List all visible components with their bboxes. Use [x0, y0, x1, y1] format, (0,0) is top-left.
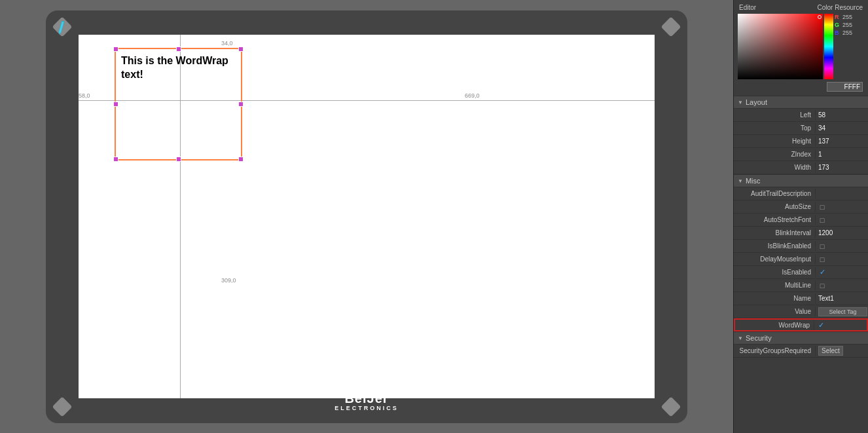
- prop-blink-name: BlinkInterval: [734, 228, 816, 238]
- prop-wordwrap-name: WordWrap: [735, 320, 814, 330]
- autosize-checkbox[interactable]: □: [818, 203, 826, 211]
- isenabled-checkbox[interactable]: ✓: [818, 269, 826, 276]
- g-row: G 255: [835, 22, 864, 28]
- autostretch-checkbox[interactable]: □: [818, 216, 826, 224]
- security-arrow: ▼: [738, 335, 743, 341]
- prop-name-name: Name: [734, 293, 816, 303]
- prop-security-name: SecurityGroupsRequired: [734, 346, 816, 356]
- prop-blink: BlinkInterval 1200: [734, 227, 868, 240]
- hex-row: [736, 81, 865, 93]
- device-brand: BeiJer ELECTRONICS: [335, 391, 399, 411]
- prop-left-name: Left: [734, 110, 816, 120]
- handle-tm[interactable]: [176, 47, 181, 52]
- brand-sub: ELECTRONICS: [335, 405, 399, 411]
- prop-security-groups: SecurityGroupsRequired Select: [734, 345, 868, 358]
- delaymouse-checkbox[interactable]: □: [818, 255, 826, 263]
- coord-top: 34,0: [221, 40, 233, 47]
- color-picker-section: Editor Color Resource R 255 G 25: [734, 0, 868, 96]
- prop-autosize: AutoSize □: [734, 200, 868, 214]
- prop-value-row: Value Select Tag: [734, 305, 868, 318]
- handle-br[interactable]: [238, 157, 244, 162]
- isblink-checkbox[interactable]: □: [818, 242, 826, 250]
- prop-left-value: 58: [816, 110, 868, 120]
- handle-bl[interactable]: [113, 157, 118, 162]
- right-panel: Editor Color Resource R 255 G 25: [733, 0, 868, 433]
- prop-audit: AuditTrailDescription: [734, 187, 868, 200]
- prop-autosize-name: AutoSize: [734, 202, 816, 212]
- prop-isenabled-name: IsEnabled: [734, 267, 816, 277]
- brand-name: BeiJer: [344, 391, 388, 405]
- canvas-area: 34,0 58,0 669,0 309,0 This is the WordWr…: [0, 0, 733, 433]
- prop-top-name: Top: [734, 123, 816, 133]
- hex-input[interactable]: [827, 82, 863, 92]
- prop-wordwrap-value: ✓: [814, 320, 867, 330]
- coord-right: 669,0: [465, 92, 480, 99]
- prop-wordwrap: WordWrap ✓: [734, 318, 868, 331]
- r-label: R: [835, 14, 841, 20]
- b-label: B: [835, 29, 841, 36]
- editor-label: Editor: [739, 4, 756, 11]
- misc-label: Misc: [746, 177, 761, 185]
- handle-tl[interactable]: [113, 47, 118, 52]
- multiline-checkbox[interactable]: □: [818, 282, 826, 290]
- prop-isblink-name: IsBlinkEnabled: [734, 241, 816, 251]
- prop-multiline: MultiLine □: [734, 279, 868, 292]
- prop-audit-name: AuditTrailDescription: [734, 189, 816, 198]
- prop-isblink-value: □: [816, 241, 868, 252]
- coord-left: 58,0: [79, 92, 90, 99]
- misc-arrow: ▼: [738, 178, 743, 184]
- gradient-dark: [738, 14, 823, 79]
- color-picker-body: R 255 G 255 B 255: [736, 12, 865, 81]
- color-cursor[interactable]: [818, 15, 822, 19]
- handle-tr[interactable]: [238, 47, 244, 52]
- prop-width-name: Width: [734, 162, 816, 172]
- prop-blink-value: 1200: [816, 228, 868, 238]
- prop-audit-value: [816, 193, 868, 195]
- prop-security-value[interactable]: Select: [816, 345, 868, 357]
- security-props: SecurityGroupsRequired Select: [734, 345, 868, 358]
- prop-isenabled: IsEnabled ✓: [734, 266, 868, 279]
- corner-tr: [660, 16, 681, 37]
- misc-section-header[interactable]: ▼ Misc: [734, 174, 868, 187]
- prop-zindex-name: ZIndex: [734, 149, 816, 159]
- prop-delaymouse-value: □: [816, 254, 868, 265]
- prop-value-name: Value: [734, 307, 816, 316]
- text-widget[interactable]: This is the WordWrap text!: [115, 48, 242, 160]
- prop-autosize-value: □: [816, 202, 868, 212]
- security-label: Security: [746, 334, 772, 342]
- prop-value-value[interactable]: Select Tag: [816, 306, 868, 318]
- handle-ml[interactable]: [113, 102, 118, 107]
- prop-multiline-name: MultiLine: [734, 280, 816, 290]
- prop-zindex-value: 1: [816, 149, 868, 159]
- select-security-button[interactable]: Select: [818, 346, 843, 356]
- prop-name-value: Text1: [816, 293, 868, 303]
- handle-bm[interactable]: [176, 157, 181, 162]
- color-picker-header: Editor Color Resource: [736, 3, 865, 12]
- prop-name: Name Text1: [734, 292, 868, 305]
- layout-arrow: ▼: [738, 100, 743, 105]
- device-screen[interactable]: 34,0 58,0 669,0 309,0 This is the WordWr…: [79, 35, 655, 398]
- prop-autostretch-value: □: [816, 215, 868, 225]
- prop-width: Width 173: [734, 161, 868, 174]
- security-section-header[interactable]: ▼ Security: [734, 331, 868, 345]
- widget-text-content: This is the WordWrap text!: [116, 49, 241, 87]
- layout-label: Layout: [746, 98, 767, 106]
- layout-section-header[interactable]: ▼ Layout: [734, 96, 868, 109]
- prop-isenabled-value: ✓: [816, 267, 868, 278]
- prop-top: Top 34: [734, 122, 868, 135]
- corner-bl: [52, 396, 72, 417]
- color-gradient[interactable]: [738, 14, 823, 79]
- coord-bottom: 309,0: [221, 277, 236, 284]
- prop-height-value: 137: [816, 136, 868, 146]
- color-spectrum[interactable]: [824, 14, 833, 79]
- b-row: B 255: [835, 29, 864, 36]
- prop-isblink: IsBlinkEnabled □: [734, 240, 868, 253]
- handle-mr[interactable]: [238, 102, 244, 107]
- prop-top-value: 34: [816, 123, 868, 133]
- r-value: 255: [842, 14, 852, 20]
- b-value: 255: [842, 29, 852, 36]
- select-tag-button[interactable]: Select Tag: [818, 307, 867, 316]
- wordwrap-checkbox[interactable]: ✓: [817, 321, 825, 329]
- prop-left: Left 58: [734, 109, 868, 122]
- prop-height: Height 137: [734, 135, 868, 148]
